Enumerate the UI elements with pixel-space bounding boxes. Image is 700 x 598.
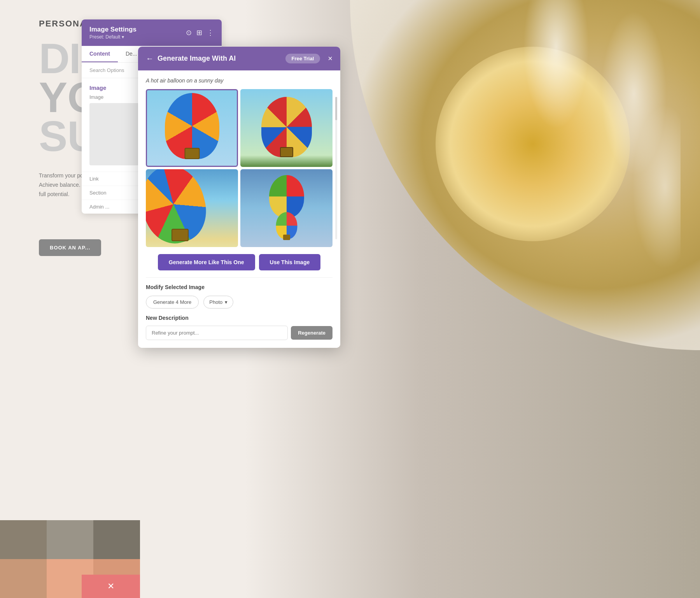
balloon-render-4 [240,169,332,247]
panel-preset[interactable]: Preset: Default ▾ [89,34,136,40]
modify-controls: Generate 4 More Photo ▾ [146,296,332,309]
photo-arrow-icon: ▾ [225,299,228,305]
new-description-label: New Description [146,315,332,321]
balloon-render-2 [240,89,332,167]
balloon-render-3 [146,169,238,247]
focus-icon[interactable]: ⊙ [186,28,192,37]
action-buttons: Generate More Like This One Use This Ima… [138,247,340,277]
balloon-image-3[interactable] [146,169,238,247]
regenerate-button[interactable]: Regenerate [291,326,332,340]
flower-petals [369,0,681,311]
book-appointment-button[interactable]: BOOK AN AP... [39,239,101,256]
generate-more-button[interactable]: Generate More Like This One [158,254,255,270]
refine-prompt-input[interactable] [146,326,288,340]
balloon-image-1[interactable] [146,89,238,167]
ai-dialog-body: A hot air balloon on a sunny day [138,70,340,348]
balloon-basket [283,235,290,240]
ai-generate-dialog: ← Generate Image With AI Free Trial × A … [138,47,340,348]
back-button[interactable]: ← [146,54,154,63]
new-description-section: New Description Regenerate [138,315,340,348]
use-image-button[interactable]: Use This Image [259,254,321,270]
photo-label: Photo [209,299,222,305]
desc-input-row: Regenerate [146,326,332,340]
tab-content[interactable]: Content [82,46,118,62]
ai-dialog-header: ← Generate Image With AI Free Trial × [138,47,340,70]
generate-4-button[interactable]: Generate 4 More [146,296,199,309]
image-grid-wrapper [138,89,340,247]
swatch-dark-gray [93,520,140,559]
free-trial-badge[interactable]: Free Trial [285,54,320,63]
swatch-taupe [0,520,47,559]
balloon-image-2[interactable] [240,89,332,167]
close-dialog-button[interactable]: × [328,54,332,63]
modify-section: Modify Selected Image Generate 4 More Ph… [138,278,340,315]
ai-dialog-title: Generate Image With AI [158,54,236,63]
swatch-gray [47,520,93,559]
swatch-terracotta [0,559,47,598]
balloon-image-4[interactable] [240,169,332,247]
close-x-icon: ✕ [107,581,114,591]
close-button-overlay[interactable]: ✕ [82,575,140,598]
modify-section-title: Modify Selected Image [146,284,332,290]
scrollbar-thumb[interactable] [335,97,337,120]
balloon-render-1 [146,89,238,167]
balloon-outer [269,175,304,218]
scrollbar-track[interactable] [335,97,337,239]
photo-type-select[interactable]: Photo ▾ [203,296,233,309]
image-grid [138,89,340,247]
panel-header-icons: ⊙ ⊞ ⋮ [186,28,214,37]
more-options-icon[interactable]: ⋮ [207,28,214,37]
ai-dialog-title-row: ← Generate Image With AI [146,54,236,63]
panel-header: Image Settings Preset: Default ▾ ⊙ ⊞ ⋮ [82,19,222,46]
prompt-text: A hot air balloon on a sunny day [138,70,340,89]
grid-icon[interactable]: ⊞ [196,28,202,37]
panel-title: Image Settings [89,26,136,33]
